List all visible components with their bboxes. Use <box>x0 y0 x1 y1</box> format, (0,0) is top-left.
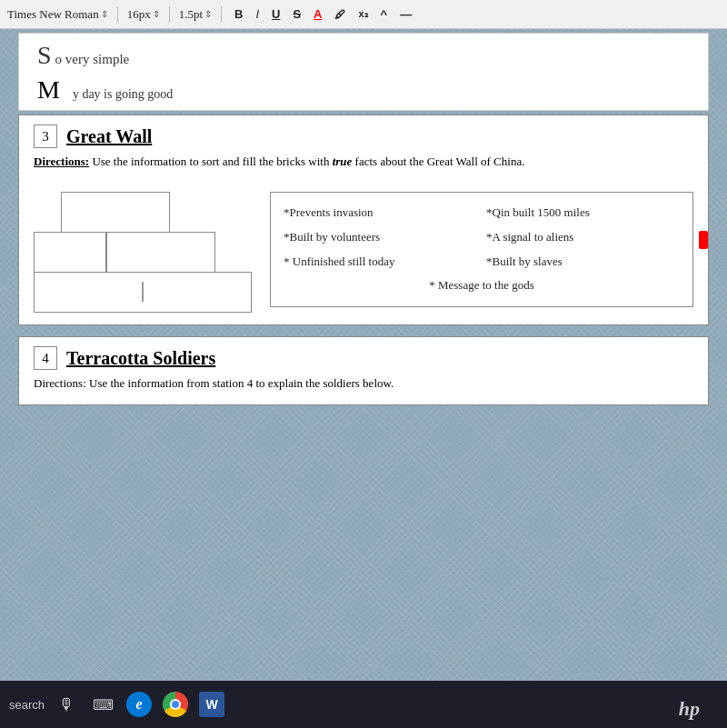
chrome-inner-circle <box>170 699 181 710</box>
my-day-large-letter: M <box>37 75 60 104</box>
font-size-label: 16px <box>127 7 151 22</box>
brick-row-top <box>61 192 170 233</box>
toolbar: Times New Roman ⇕ 16px ⇕ 1.5pt ⇕ B I U S… <box>0 0 727 29</box>
brick-row-bottom <box>34 272 252 313</box>
font-chevron[interactable]: ⇕ <box>101 9 108 19</box>
line-spacing-label: 1.5pt <box>179 7 203 22</box>
facts-grid: *Prevents invasion *Qin built 1500 miles… <box>284 202 680 297</box>
font-name-label: Times New Roman <box>7 7 99 22</box>
size-chevron[interactable]: ⇕ <box>153 9 160 19</box>
hp-logo: hp <box>679 697 700 721</box>
dash-button[interactable]: — <box>396 6 415 22</box>
keyboard-icon[interactable]: ⌨ <box>88 690 117 719</box>
section4-number-box: 4 <box>34 346 57 370</box>
document-area: S o very simple M y day is going good 3 … <box>0 29 727 681</box>
spacing-chevron[interactable]: ⇕ <box>204 9 212 19</box>
edge-logo: e <box>126 692 152 717</box>
section3-directions: Directions: Use the information to sort … <box>34 154 693 170</box>
brick-row-middle <box>34 232 215 273</box>
section3-title: Great Wall <box>66 126 152 147</box>
facts-box: *Prevents invasion *Qin built 1500 miles… <box>270 192 693 307</box>
font-color-button[interactable]: A <box>310 6 325 22</box>
section3-box: 3 Great Wall Directions: Use the informa… <box>18 115 709 325</box>
section3-directions-label: Directions: <box>34 155 89 168</box>
gap-between-sections <box>0 325 727 333</box>
section3-number-box: 3 <box>34 125 57 148</box>
brick-mid-left[interactable] <box>34 232 106 273</box>
section4-directions-label: Directions: <box>34 376 86 390</box>
section4-directions: Directions: Use the information from sta… <box>34 375 693 392</box>
edge-browser-icon[interactable]: e <box>124 690 154 719</box>
font-selector[interactable]: Times New Roman ⇕ <box>7 7 108 22</box>
separator-3 <box>221 6 222 23</box>
italic-button[interactable]: I <box>252 6 263 22</box>
section4-title: Terracotta Soldiers <box>66 348 215 369</box>
separator-2 <box>169 6 170 23</box>
bold-button[interactable]: B <box>231 6 246 22</box>
keyboard-symbol: ⌨ <box>93 696 114 713</box>
superscript-button[interactable]: x₂ <box>354 7 371 21</box>
fact-6: *Built by slaves <box>486 251 680 274</box>
chrome-logo <box>163 692 188 717</box>
mic-icon[interactable]: 🎙 <box>52 690 81 719</box>
section3-number: 3 <box>42 129 49 145</box>
taskbar-search-area[interactable]: search <box>9 698 45 712</box>
line-spacing-selector[interactable]: 1.5pt ⇕ <box>179 7 212 22</box>
fact-1: *Prevents invasion <box>284 202 477 224</box>
fact-7: * Message to the gods <box>284 274 680 297</box>
fact-3: *Built by volunteers <box>284 226 477 249</box>
red-dot-indicator <box>699 231 708 249</box>
section3-header: 3 Great Wall <box>34 125 693 148</box>
search-label[interactable]: search <box>9 698 45 712</box>
word-app-icon[interactable]: W <box>197 690 226 719</box>
text-cursor <box>143 282 144 302</box>
fact-4: *A signal to aliens <box>486 226 680 249</box>
prev-large-letter: S <box>37 41 52 69</box>
word-logo: W <box>199 692 224 717</box>
strikethrough-button[interactable]: S <box>289 6 304 22</box>
font-size-selector[interactable]: 16px ⇕ <box>127 7 160 22</box>
section4-number: 4 <box>42 351 49 366</box>
section4-header: 4 Terracotta Soldiers <box>34 346 693 370</box>
my-day-text: y day is going good <box>73 87 173 101</box>
fact-5: * Unfinished still today <box>284 251 477 274</box>
brick-diagram[interactable] <box>34 192 252 312</box>
diagram-area: *Prevents invasion *Qin built 1500 miles… <box>34 183 693 312</box>
prev-page-top: S o very simple M y day is going good <box>18 33 709 111</box>
brick-bottom[interactable] <box>34 272 252 313</box>
highlight-button[interactable]: 🖊 <box>331 7 349 22</box>
underline-button[interactable]: U <box>268 6 284 22</box>
mic-symbol: 🎙 <box>58 695 75 714</box>
fact-2: *Qin built 1500 miles <box>486 202 680 224</box>
brick-mid-right[interactable] <box>106 232 215 273</box>
taskbar: search 🎙 ⌨ e W hp <box>0 681 727 728</box>
separator-1 <box>117 6 118 23</box>
section4-box: 4 Terracotta Soldiers Directions: Use th… <box>18 336 709 405</box>
very-simple-line: S o very simple <box>37 41 690 70</box>
more-button[interactable]: ^ <box>377 6 392 22</box>
my-day-line: M y day is going good <box>37 75 690 105</box>
chrome-browser-icon[interactable] <box>161 690 190 719</box>
prev-text: o very simple <box>55 52 130 66</box>
brick-top[interactable] <box>61 192 170 233</box>
